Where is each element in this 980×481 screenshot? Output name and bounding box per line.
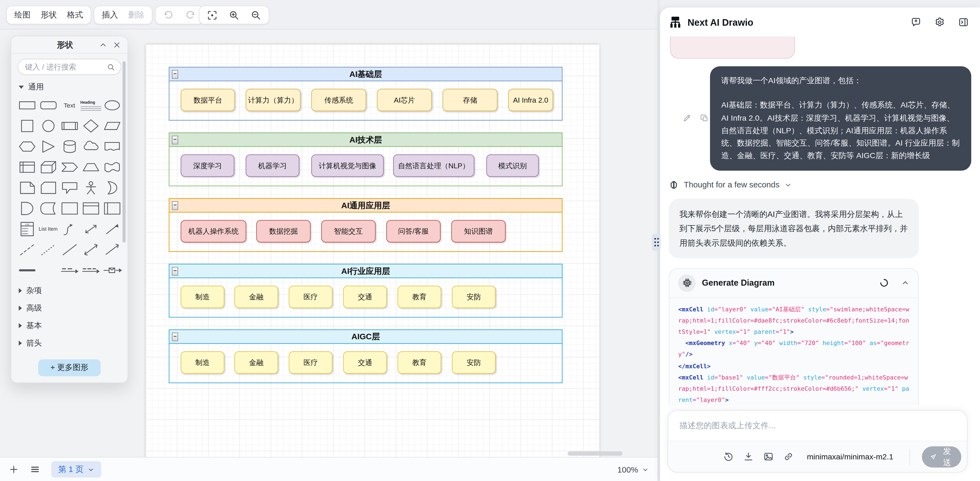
palette-shape-hexagon[interactable]: [16, 138, 38, 156]
palette-shape-vertical-container[interactable]: [80, 199, 101, 218]
palette-shape-card[interactable]: [38, 179, 59, 197]
palette-shape-dashed-line[interactable]: [16, 241, 38, 259]
palette-shape-callout[interactable]: [59, 179, 80, 197]
diagram-node[interactable]: 知识图谱: [451, 220, 506, 242]
lane-collapse-button[interactable]: −: [172, 136, 178, 145]
zoom-out-icon[interactable]: [251, 10, 261, 20]
copy-message-icon[interactable]: [700, 114, 709, 123]
palette-shape-arrow-label[interactable]: [38, 261, 59, 279]
diagram-node[interactable]: 传感系统: [311, 89, 366, 111]
diagram-node[interactable]: 模式识别: [486, 154, 539, 177]
palette-shape-connector-label[interactable]: [59, 261, 80, 279]
diagram-node[interactable]: 制造: [181, 351, 224, 374]
section-箭头[interactable]: 箭头: [11, 334, 127, 352]
palette-shape-connector-symbol[interactable]: [101, 261, 123, 279]
diagram-node[interactable]: 金融: [234, 351, 278, 374]
section-杂项[interactable]: 杂项: [11, 282, 127, 299]
diagram-node[interactable]: 计算机视觉与图像: [311, 154, 384, 177]
lane-collapse-button[interactable]: −: [172, 333, 178, 341]
delete-button[interactable]: 删除: [128, 9, 144, 21]
more-shapes-button[interactable]: + 更多图形: [38, 360, 100, 376]
collapse-card-chevron-icon[interactable]: [901, 279, 909, 287]
fit-view-icon[interactable]: [207, 10, 218, 20]
palette-shape-step[interactable]: [59, 158, 80, 176]
palette-shape-list[interactable]: List: [16, 220, 38, 238]
diagram-node[interactable]: 智能交互: [321, 220, 375, 242]
diagram-node[interactable]: 机器人操作系统: [181, 220, 246, 242]
menu-格式[interactable]: 格式: [67, 9, 83, 21]
diagram-node[interactable]: 自然语言处理（NLP）: [393, 154, 474, 177]
palette-shape-horizontal-container[interactable]: [101, 199, 123, 218]
canvas-page[interactable]: −AI基础层数据平台计算力（算力）传感系统AI芯片存储AI Infra 2.0−…: [146, 44, 600, 457]
lane-collapse-button[interactable]: −: [172, 267, 178, 276]
menu-形状[interactable]: 形状: [40, 9, 57, 21]
palette-shape-process[interactable]: [59, 117, 80, 135]
download-icon[interactable]: [743, 451, 754, 462]
chat-scroll-area[interactable]: 请帮我做一个AI领域的产业图谱，包括：AI基础层：数据平台、计算力（算力）、传感…: [669, 37, 971, 405]
page-tab[interactable]: 第 1 页: [51, 461, 102, 478]
swimlane-layer-3[interactable]: −AI行业应用层制造金融医疗交通教育安防: [169, 264, 563, 317]
diagram-node[interactable]: 交通: [343, 351, 387, 374]
swimlane-header[interactable]: −AI基础层: [169, 67, 563, 81]
diagram-node[interactable]: 教育: [398, 286, 441, 308]
section-基本[interactable]: 基本: [11, 317, 127, 334]
diagram-node[interactable]: 数据挖掘: [256, 220, 311, 242]
palette-shape-dotted-line[interactable]: [38, 241, 59, 259]
palette-shape-list-item[interactable]: List Item: [38, 220, 59, 238]
generate-diagram-header[interactable]: Generate Diagram: [670, 268, 918, 298]
diagram-node[interactable]: 数据平台: [181, 89, 235, 111]
palette-shape-internal-storage[interactable]: [16, 158, 38, 176]
diagram-node[interactable]: AI芯片: [377, 89, 432, 111]
shape-search-input[interactable]: [24, 62, 107, 72]
generated-xml-code[interactable]: <mxCell id="layer0" value="AI基础层" style=…: [670, 298, 918, 405]
diagram-node[interactable]: 制造: [181, 286, 224, 308]
palette-shape-parallelogram[interactable]: [101, 117, 123, 135]
diagram-node[interactable]: 医疗: [289, 351, 332, 374]
chat-input[interactable]: [668, 411, 967, 441]
palette-shape-triangle[interactable]: [38, 138, 59, 156]
palette-shape-and[interactable]: [16, 199, 38, 218]
pages-menu-icon[interactable]: [30, 464, 40, 475]
swimlane-layer-1[interactable]: −AI技术层深度学习机器学习计算机视觉与图像自然语言处理（NLP）模式识别: [169, 132, 563, 186]
palette-shape-bidirectional-connector[interactable]: [80, 241, 101, 259]
swimlane-layer-2[interactable]: −AI通用应用层机器人操作系统数据挖掘智能交互问答/客服知识图谱: [169, 198, 563, 252]
palette-shape-rounded-rectangle[interactable]: [38, 96, 59, 115]
palette-shape-data-storage[interactable]: [38, 199, 59, 218]
settings-gear-icon[interactable]: [934, 17, 945, 27]
zoom-in-icon[interactable]: [229, 10, 239, 20]
thought-toggle[interactable]: Thought for a few seconds: [669, 180, 971, 190]
palette-shape-circle[interactable]: [38, 117, 59, 135]
lane-collapse-button[interactable]: −: [172, 70, 178, 79]
diagram-node[interactable]: 安防: [452, 286, 496, 308]
model-selector[interactable]: minimaxai/minimax-m2.1: [803, 452, 891, 462]
diagram-node[interactable]: 安防: [452, 351, 496, 374]
palette-shape-text[interactable]: Text: [59, 96, 80, 115]
redo-icon[interactable]: [185, 10, 196, 20]
swimlane-layer-0[interactable]: −AI基础层数据平台计算力（算力）传感系统AI芯片存储AI Infra 2.0: [169, 67, 563, 120]
history-icon[interactable]: [723, 451, 734, 462]
diagram-node[interactable]: 计算力（算力）: [246, 89, 301, 111]
palette-shape-cube[interactable]: [38, 158, 59, 176]
zoom-level-control[interactable]: 100%: [617, 465, 649, 474]
diagram-node[interactable]: 金融: [234, 286, 278, 308]
palette-shape-note[interactable]: [16, 179, 38, 197]
diagram-node[interactable]: 医疗: [289, 286, 332, 308]
insert-button[interactable]: 插入: [102, 9, 118, 21]
diagram-node[interactable]: 问答/客服: [386, 220, 441, 242]
link-icon[interactable]: [783, 451, 794, 462]
new-chat-icon[interactable]: [911, 17, 921, 27]
palette-shape-connector-labels[interactable]: [80, 261, 101, 279]
collapse-panel-icon[interactable]: [99, 40, 108, 49]
section-general[interactable]: 通用: [11, 79, 127, 95]
palette-shape-arrow[interactable]: [101, 220, 123, 238]
undo-icon[interactable]: [163, 10, 174, 20]
close-panel-icon[interactable]: [113, 40, 121, 49]
collapse-sidebar-icon[interactable]: [958, 17, 969, 27]
diagram-node[interactable]: 机器学习: [246, 154, 299, 177]
palette-shape-actor[interactable]: [80, 179, 101, 197]
palette-shape-document[interactable]: [101, 138, 123, 156]
section-高级[interactable]: 高级: [11, 299, 127, 317]
palette-shape-cylinder[interactable]: [59, 138, 80, 156]
palette-shape-tape[interactable]: [101, 158, 123, 176]
palette-shape-trapezoid[interactable]: [80, 158, 101, 176]
